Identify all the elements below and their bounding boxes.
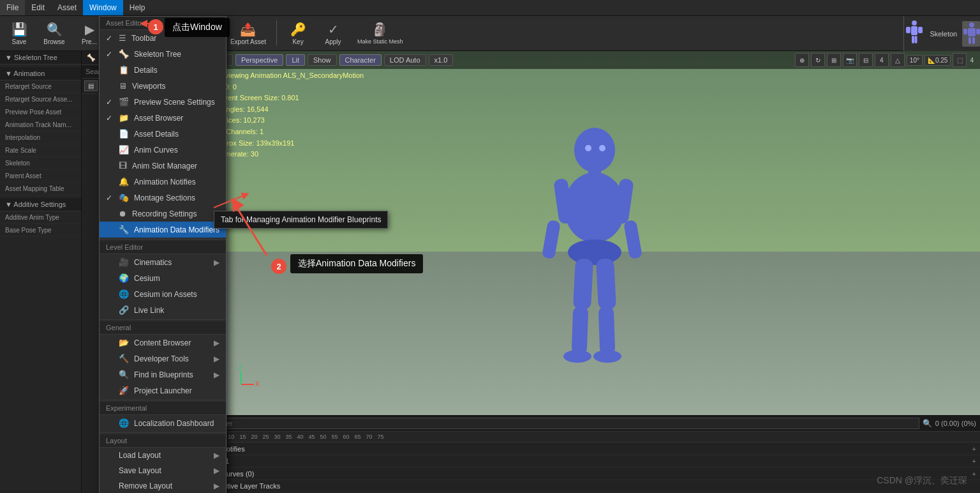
viewport-camera-btn[interactable]: 📷 (843, 53, 857, 67)
menu-file[interactable]: File (0, 0, 25, 15)
menu-item-remove-layout[interactable]: Remove Layout ▶ (100, 478, 226, 493)
menu-item-anim-slot-manager[interactable]: 🎞 Anim Slot Manager (100, 158, 226, 174)
svg-text:Z: Z (239, 364, 242, 371)
menu-item-preview-scene[interactable]: ✓ 🎬 Preview Scene Settings (100, 94, 226, 110)
viewport-info: Previewing Animation ALS_N_SecondaryMoti… (214, 70, 364, 160)
svg-point-0 (912, 20, 917, 26)
menu-edit[interactable]: Edit (25, 0, 51, 15)
dropdown-sep-2 (100, 319, 226, 320)
menu-item-load-layout[interactable]: Load Layout ▶ (100, 448, 226, 463)
browse-button[interactable]: 🔍 Browse (38, 18, 70, 49)
svg-rect-22 (573, 258, 593, 310)
svg-rect-7 (968, 28, 976, 36)
lod-auto-btn[interactable]: LOD Auto (384, 54, 426, 66)
menu-item-recording-settings[interactable]: ⏺ Recording Settings (100, 206, 226, 222)
viewport-extra-btn[interactable]: ⬚ (953, 53, 967, 67)
asset-mapping-table-field: Asset Mapping Table (0, 183, 81, 195)
menu-item-content-browser[interactable]: 📂 Content Browser ▶ (100, 335, 226, 351)
developer-tools-arrow: ▶ (214, 354, 219, 363)
viewport: ▼ Perspective Lit Show Character LOD Aut… (209, 51, 980, 415)
character-figure-area (499, 115, 690, 383)
menu-item-find-blueprints[interactable]: 🔍 Find in Blueprints ▶ (100, 367, 226, 383)
window-dropdown-menu: Asset Editor ✓ ☰ Toolbar ✓ 🦴 Skeleton Tr… (99, 16, 226, 493)
menu-item-asset-browser[interactable]: ✓ 📁 Asset Browser (100, 110, 226, 126)
svg-rect-20 (623, 220, 642, 260)
menu-help[interactable]: Help (123, 0, 152, 15)
layout-section: Layout (100, 434, 226, 448)
tree-filter-btn[interactable]: ▤ (84, 80, 98, 91)
svg-point-27 (593, 350, 621, 363)
dropdown-sep-1 (100, 239, 226, 239)
menu-item-skeleton-tree[interactable]: ✓ 🦴 Skeleton Tree (100, 46, 226, 62)
animation-data-modifiers-tooltip: Tab for Managing Animation Modifier Blue… (214, 211, 388, 229)
notifies-track: ▶ Notifies + (209, 443, 980, 455)
menu-item-details[interactable]: 📋 Details (100, 62, 226, 78)
menu-item-animation-data-modifiers[interactable]: 🔧 Animation Data Modifiers (100, 222, 226, 238)
curves-add[interactable]: + (972, 470, 976, 478)
menu-asset[interactable]: Asset (51, 0, 83, 15)
track-number: 1 + (209, 455, 980, 467)
export-button[interactable]: 📤 Export Asset (225, 18, 271, 49)
viewport-toolbar: ▼ Perspective Lit Show Character LOD Aut… (209, 51, 980, 69)
menu-item-cesium[interactable]: 🌍 Cesium (100, 270, 226, 286)
save-button[interactable]: 💾 Save (3, 18, 35, 49)
skeleton-tree-header: ▼ Skeleton Tree (0, 51, 81, 64)
viewport-scale-btn[interactable]: ⊞ (827, 53, 841, 67)
time-display: 0 (0.00) (0%) (935, 420, 976, 427)
menu-item-viewports[interactable]: 🖥 Viewports (100, 78, 226, 94)
track-add[interactable]: + (972, 457, 976, 465)
viewport-translate-btn[interactable]: ⊕ (795, 53, 809, 67)
cinematics-arrow: ▶ (214, 258, 219, 267)
annotation-circle-2: 2 (271, 259, 286, 274)
svg-rect-25 (596, 258, 616, 310)
timeline: 🔍 0 (0.00) (0%) | 51015 202530 354045 50… (209, 415, 980, 493)
angle-indicator: 10° (907, 55, 923, 66)
curves-track: ▶ Curves (0) + (209, 467, 980, 480)
menu-item-animation-notifies[interactable]: 🔔 Animation Notifies (100, 174, 226, 190)
key-button[interactable]: 🔑 Key (282, 18, 314, 49)
svg-rect-3 (918, 27, 923, 33)
right-skeleton-panel: Skeleton (903, 16, 980, 51)
grid-num: 4 (969, 57, 975, 64)
viewport-rotate-btn[interactable]: ↻ (811, 53, 825, 67)
menu-item-cinematics[interactable]: 🎥 Cinematics ▶ (100, 254, 226, 270)
apply-icon: ✓ (328, 22, 339, 37)
menu-item-asset-details[interactable]: 📄 Asset Details (100, 126, 226, 142)
character-btn[interactable]: Character (339, 54, 382, 66)
notifies-add[interactable]: + (972, 445, 976, 453)
find-blueprints-arrow: ▶ (214, 370, 219, 379)
perspective-btn[interactable]: Perspective (235, 54, 283, 66)
experimental-section: Experimental (100, 402, 226, 415)
remove-layout-arrow: ▶ (214, 482, 219, 490)
filter-search-icon: 🔍 (923, 419, 932, 428)
svg-rect-5 (915, 36, 917, 43)
timeline-filter-input[interactable] (213, 418, 919, 429)
menu-item-cesium-ion-assets[interactable]: 🌐 Cesium ion Assets (100, 286, 226, 302)
menu-item-save-layout[interactable]: Save Layout ▶ (100, 463, 226, 478)
viewport-snap-btn[interactable]: △ (891, 53, 905, 67)
apply-button[interactable]: ✓ Apply (317, 18, 349, 49)
menu-item-anim-curves[interactable]: 📈 Anim Curves (100, 142, 226, 158)
menu-item-montage-sections[interactable]: ✓ 🎭 Montage Sections (100, 190, 226, 206)
timeline-ruler: | 51015 202530 354045 505560 657075 (209, 432, 980, 443)
svg-rect-8 (963, 29, 967, 34)
lit-btn[interactable]: Lit (286, 54, 305, 66)
make-static-button[interactable]: 🗿 Make Static Mesh (352, 18, 408, 49)
menu-item-project-launcher[interactable]: 🚀 Project Launcher (100, 383, 226, 398)
export-icon: 📤 (240, 22, 256, 37)
montage-check: ✓ (106, 193, 112, 202)
show-btn[interactable]: Show (308, 54, 337, 66)
viewport-grid-btn[interactable]: ⊟ (859, 53, 873, 67)
timeline-filter-bar: 🔍 0 (0.00) (0%) (209, 416, 980, 432)
base-pose-type-field: Base Pose Type (0, 224, 81, 237)
axis-gizmo: X Z (228, 362, 260, 396)
annotation-label-1: 点击Window (165, 18, 230, 37)
svg-point-14 (599, 145, 605, 151)
menu-item-live-link[interactable]: 🔗 Live Link (100, 302, 226, 318)
content-browser-arrow: ▶ (214, 338, 219, 347)
menu-window[interactable]: Window (83, 0, 123, 15)
menu-item-developer-tools[interactable]: 🔨 Developer Tools ▶ (100, 351, 226, 367)
menu-item-localization-dashboard[interactable]: 🌐 Localization Dashboard (100, 415, 226, 431)
svg-point-13 (585, 145, 591, 151)
scale-btn[interactable]: x1.0 (429, 54, 454, 66)
